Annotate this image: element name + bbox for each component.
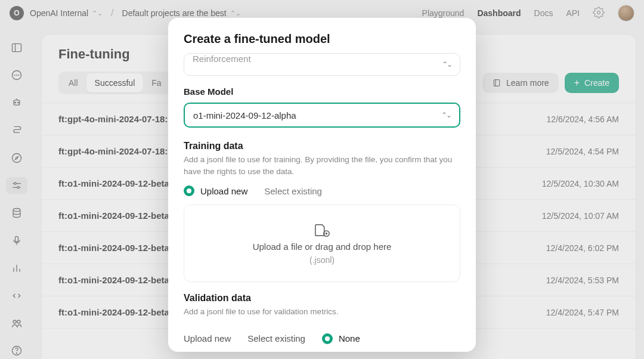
val-select-existing[interactable]: Select existing <box>247 333 305 343</box>
training-source-radio: Upload new Select existing <box>184 185 460 196</box>
method-select[interactable]: Reinforcement ⌃⌄ <box>184 53 460 76</box>
base-model-select[interactable]: o1-mini-2024-09-12-alpha ⌃⌄ <box>184 103 460 128</box>
method-value: Reinforcement <box>193 54 251 64</box>
dropzone-subtitle: (.jsonl) <box>309 255 335 265</box>
val-upload-new[interactable]: Upload new <box>184 333 231 343</box>
base-model-label: Base Model <box>184 86 460 97</box>
radio-upload-new[interactable]: Upload new <box>184 185 247 196</box>
training-dropzone[interactable]: Upload a file or drag and drop here (.js… <box>184 205 460 282</box>
base-model-value: o1-mini-2024-09-12-alpha <box>193 110 296 120</box>
radio-select-existing[interactable]: Select existing <box>264 186 322 196</box>
create-finetune-modal: Create a fine-tuned model Reinforcement … <box>168 18 476 352</box>
radio-select-existing-label: Select existing <box>264 186 322 196</box>
file-upload-icon <box>313 222 331 238</box>
radio-dot-icon <box>184 185 194 196</box>
validation-data-title: Validation data <box>184 293 460 304</box>
radio-upload-new-label: Upload new <box>200 186 247 196</box>
chevron-updown-icon: ⌃⌄ <box>441 111 451 119</box>
radio-dot-icon <box>322 333 333 344</box>
modal-title: Create a fine-tuned model <box>184 32 460 46</box>
dropzone-title: Upload a file or drag and drop here <box>253 242 392 252</box>
validation-data-desc: Add a jsonl file to use for validation m… <box>184 306 460 318</box>
training-data-title: Training data <box>184 141 460 151</box>
chevron-updown-icon: ⌃⌄ <box>442 60 451 69</box>
training-data-desc: Add a jsonl file to use for training. By… <box>184 154 460 177</box>
val-none[interactable]: None <box>322 333 360 344</box>
val-none-label: None <box>339 333 360 343</box>
validation-source-radio: Upload new Select existing None <box>184 330 460 344</box>
